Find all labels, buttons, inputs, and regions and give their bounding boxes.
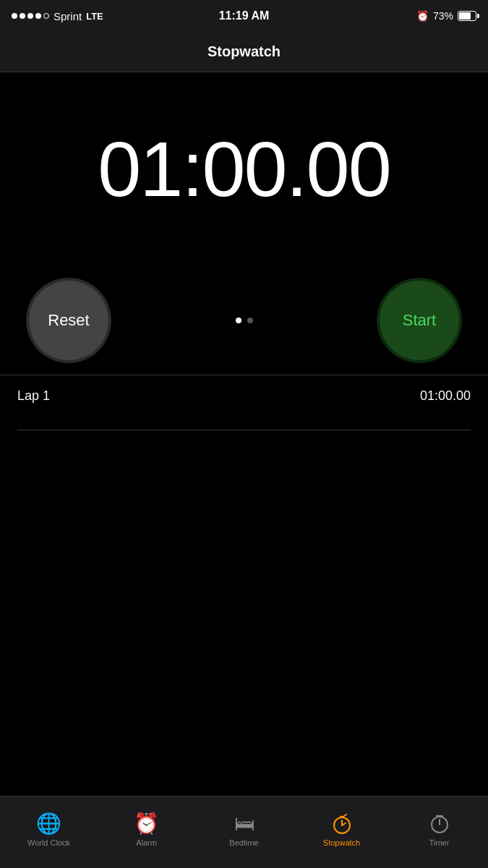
lap-section: Lap 1 01:00.00 <box>0 375 488 417</box>
tab-stopwatch-label: Stopwatch <box>323 838 360 847</box>
main-content: 01:00.00 Reset Start Lap 1 01:00.00 <box>0 72 488 430</box>
tab-timer-label: Timer <box>429 838 450 847</box>
signal-dot-1 <box>12 13 17 19</box>
status-bar: Sprint LTE 11:19 AM ⏰ 73% <box>0 0 488 32</box>
stopwatch-icon <box>330 812 354 835</box>
tab-bar: 🌐 World Clock ⏰ Alarm 🛏 Bedtime Stopwatc… <box>0 796 488 868</box>
signal-dot-3 <box>27 13 33 19</box>
divider <box>17 430 471 430</box>
lap-time: 01:00.00 <box>420 388 471 404</box>
signal-strength <box>12 13 49 19</box>
reset-button[interactable]: Reset <box>29 281 108 360</box>
alarm-icon: ⏰ <box>134 812 159 835</box>
signal-dot-5 <box>43 13 49 19</box>
status-time: 11:19 AM <box>219 9 270 22</box>
page-dot-1 <box>236 318 241 323</box>
network-type: LTE <box>86 11 103 22</box>
start-button[interactable]: Start <box>380 281 459 360</box>
battery-percent: 73% <box>433 10 453 22</box>
bed-icon: 🛏 <box>234 812 254 835</box>
navigation-bar: Stopwatch <box>0 32 488 72</box>
carrier-label: Sprint <box>53 10 82 22</box>
lap-label: Lap 1 <box>17 388 50 404</box>
tab-alarm[interactable]: ⏰ Alarm <box>98 812 195 847</box>
status-right: ⏰ 73% <box>416 10 476 22</box>
lap-row: Lap 1 01:00.00 <box>17 388 471 404</box>
signal-dot-4 <box>35 13 41 19</box>
alarm-status-icon: ⏰ <box>416 10 429 22</box>
status-left: Sprint LTE <box>12 10 103 22</box>
tab-world-clock[interactable]: 🌐 World Clock <box>0 812 98 847</box>
tab-alarm-label: Alarm <box>136 838 157 847</box>
tab-bedtime[interactable]: 🛏 Bedtime <box>195 812 293 847</box>
battery-fill <box>459 12 471 20</box>
timer-icon <box>428 812 451 835</box>
signal-dot-2 <box>20 13 25 19</box>
svg-line-5 <box>344 814 346 816</box>
tab-bedtime-label: Bedtime <box>229 838 258 847</box>
page-dots <box>236 318 253 323</box>
battery-icon <box>458 11 476 21</box>
timer-display: 01:00.00 <box>0 72 488 252</box>
tab-stopwatch[interactable]: Stopwatch <box>293 812 390 847</box>
tab-timer[interactable]: Timer <box>390 812 488 847</box>
tab-world-clock-label: World Clock <box>27 838 70 847</box>
globe-icon: 🌐 <box>36 812 61 835</box>
page-dot-2 <box>247 318 253 323</box>
svg-point-4 <box>341 816 343 817</box>
timer-text: 01:00.00 <box>98 130 390 208</box>
page-title: Stopwatch <box>207 43 281 60</box>
controls-row: Reset Start <box>0 266 488 375</box>
